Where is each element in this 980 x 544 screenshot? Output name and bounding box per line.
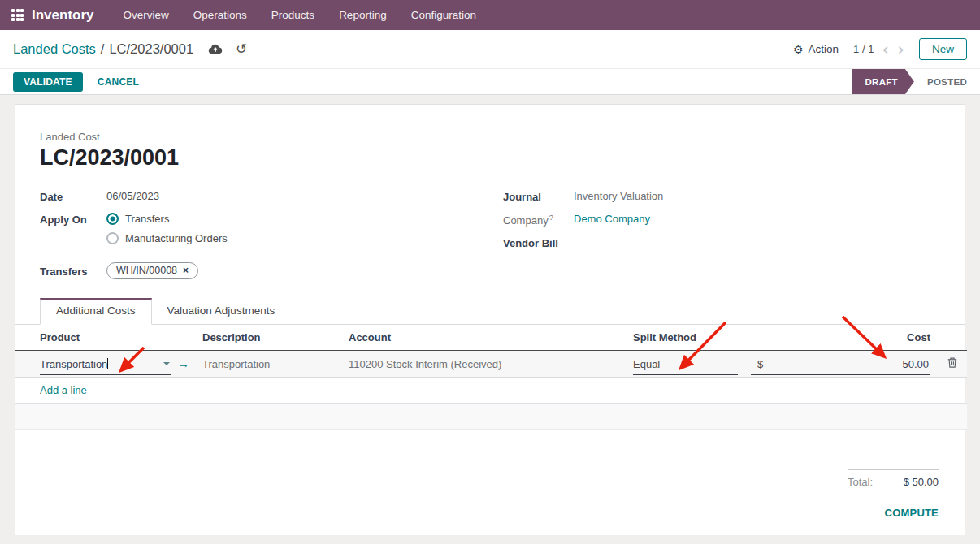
field-date: Date 06/05/2023 [40, 190, 503, 203]
account-cell[interactable]: 110200 Stock Interim (Received) [342, 351, 627, 378]
top-nav: Inventory Overview Operations Products R… [0, 0, 980, 30]
help-question-icon: ? [549, 214, 553, 222]
breadcrumb-separator: / [101, 41, 105, 57]
company-value[interactable]: Demo Company [574, 213, 650, 225]
gear-icon: ⚙ [793, 43, 804, 56]
radio-unselected-icon[interactable] [106, 232, 119, 244]
apply-on-label: Apply On [40, 213, 106, 226]
discard-undo-icon[interactable]: ↺ [236, 42, 247, 56]
product-input[interactable]: Transportation [40, 353, 171, 375]
empty-row [15, 404, 967, 430]
vendor-bill-label: Vendor Bill [503, 236, 574, 249]
column-cost[interactable]: Cost [744, 325, 937, 351]
table-end-border [15, 455, 967, 456]
cost-input[interactable]: 50.00 [902, 358, 929, 370]
column-actions [937, 325, 967, 351]
menu-products[interactable]: Products [263, 4, 323, 26]
record-type-label: Landed Cost [40, 131, 940, 143]
breadcrumb-current: LC/2023/0001 [109, 41, 193, 57]
field-journal: Journal Inventory Valuation [503, 190, 940, 203]
currency-symbol: $ [757, 358, 763, 370]
radio-option-manufacturing-orders[interactable]: Manufacturing Orders [106, 232, 228, 244]
journal-label: Journal [503, 190, 574, 203]
journal-value[interactable]: Inventory Valuation [574, 190, 663, 202]
description-cell[interactable]: Transportation [196, 351, 342, 378]
transfer-tag-text: WH/IN/00008 [116, 265, 177, 276]
menu-operations[interactable]: Operations [185, 4, 255, 26]
apps-grid-icon[interactable] [11, 9, 24, 21]
split-method-select[interactable]: Equal [633, 353, 738, 375]
pager-previous-icon[interactable]: ‹ [882, 41, 889, 58]
status-posted[interactable]: POSTED [914, 69, 980, 94]
transfer-tag[interactable]: WH/IN/00008 × [106, 262, 198, 279]
field-apply-on: Apply On Transfers Manufacturing Orders [40, 213, 503, 244]
trash-icon[interactable] [947, 356, 958, 369]
delete-line-cell [937, 351, 967, 378]
action-label: Action [809, 43, 839, 55]
total-value: $ 50.00 [904, 476, 939, 488]
product-cell: Transportation → [15, 351, 196, 378]
column-product[interactable]: Product [15, 325, 196, 351]
control-panel: Landed Costs / LC/2023/0001 ↺ ⚙ Action 1… [0, 30, 980, 68]
tab-valuation-adjustments[interactable]: Valuation Adjustments [152, 298, 291, 325]
add-a-line-link[interactable]: Add a line [40, 384, 87, 396]
cost-cell: $ 50.00 [744, 351, 937, 378]
column-description[interactable]: Description [196, 325, 342, 351]
breadcrumb-parent[interactable]: Landed Costs [13, 41, 96, 57]
pager: 1 / 1 ‹ › [853, 41, 904, 58]
total-box: Total: $ 50.00 [848, 469, 939, 488]
column-account[interactable]: Account [342, 325, 627, 351]
notebook-tabs: Additional Costs Valuation Adjustments [15, 297, 965, 325]
menu-reporting[interactable]: Reporting [331, 4, 395, 26]
column-split-method[interactable]: Split Method [627, 325, 744, 351]
split-method-cell: Equal [627, 351, 744, 378]
menu-overview[interactable]: Overview [115, 4, 177, 26]
form-sheet: Landed Cost LC/2023/0001 Date 06/05/2023… [15, 104, 965, 535]
breadcrumb: Landed Costs / LC/2023/0001 ↺ [13, 41, 247, 57]
status-draft[interactable]: DRAFT [852, 69, 913, 94]
empty-row [15, 430, 967, 455]
pager-value: 1 / 1 [853, 43, 874, 55]
radio-option-transfers[interactable]: Transfers [106, 213, 228, 225]
cost-lines-table: Product Description Account Split Method… [15, 325, 967, 455]
date-label: Date [40, 190, 106, 203]
menu-configuration[interactable]: Configuration [403, 4, 484, 26]
field-transfers: Transfers WH/IN/00008 × [15, 262, 965, 279]
new-button[interactable]: New [919, 38, 967, 60]
save-cloud-icon[interactable] [208, 43, 223, 55]
company-label: Company? [503, 213, 574, 227]
field-company: Company? Demo Company [503, 213, 940, 227]
validate-button[interactable]: VALIDATE [13, 72, 83, 92]
action-menu-button[interactable]: ⚙ Action [793, 43, 839, 56]
tab-additional-costs[interactable]: Additional Costs [40, 298, 152, 325]
internal-link-arrow-icon[interactable]: → [178, 357, 190, 370]
app-name[interactable]: Inventory [32, 7, 94, 24]
date-value[interactable]: 06/05/2023 [106, 190, 159, 202]
field-vendor-bill: Vendor Bill [503, 236, 940, 249]
cancel-button[interactable]: CANCEL [98, 76, 139, 88]
page-title: LC/2023/0001 [40, 145, 940, 171]
table-header-row: Product Description Account Split Method… [15, 325, 967, 351]
dropdown-caret-icon[interactable] [163, 362, 170, 365]
radio-transfers-label: Transfers [125, 213, 169, 225]
total-label: Total: [848, 476, 873, 488]
compute-button[interactable]: COMPUTE [885, 507, 939, 519]
add-line-row: Add a line [15, 378, 967, 404]
transfers-label: Transfers [40, 265, 106, 278]
status-steps: DRAFT POSTED [852, 69, 980, 94]
pager-next-icon[interactable]: › [897, 41, 904, 58]
top-menu: Overview Operations Products Reporting C… [115, 4, 484, 26]
text-cursor [107, 358, 108, 369]
statusbar: VALIDATE CANCEL DRAFT POSTED [0, 68, 980, 95]
content-area: Landed Cost LC/2023/0001 Date 06/05/2023… [0, 95, 980, 535]
radio-manufacturing-orders-label: Manufacturing Orders [125, 232, 228, 244]
radio-selected-icon[interactable] [106, 213, 119, 225]
tag-remove-icon[interactable]: × [183, 265, 189, 276]
cost-line-row: Transportation → Transportation 110200 S… [15, 351, 967, 378]
